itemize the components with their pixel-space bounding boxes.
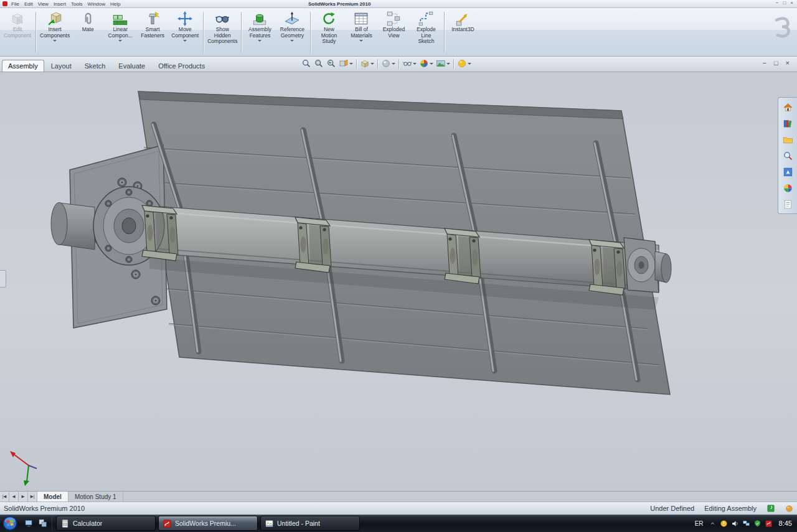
reference-geometry-button[interactable]: ReferenceGeometry bbox=[276, 9, 308, 55]
menu-insert[interactable]: Insert bbox=[54, 1, 66, 7]
solidworks-app-icon-wrap bbox=[163, 519, 172, 528]
view-orientation-button[interactable] bbox=[359, 58, 375, 69]
dropdown-caret-icon[interactable] bbox=[468, 63, 471, 67]
show-desktop-button[interactable] bbox=[23, 517, 35, 530]
solidworks-resources-tab[interactable] bbox=[781, 101, 794, 113]
mate-icon-wrap bbox=[80, 10, 96, 27]
volume-tray-icon[interactable] bbox=[731, 520, 739, 528]
display-style-icon bbox=[381, 58, 391, 68]
menu-window[interactable]: Window bbox=[88, 1, 105, 7]
zoom-fit-button[interactable] bbox=[300, 58, 313, 69]
tab-layout[interactable]: Layout bbox=[45, 60, 78, 72]
view-settings-button[interactable] bbox=[456, 58, 473, 69]
command-manager-ribbon: EditComponentInsertComponentsMateLinearC… bbox=[0, 8, 797, 57]
taskbar-button-label: Calculator bbox=[73, 520, 102, 527]
dropdown-caret-icon[interactable] bbox=[183, 40, 187, 44]
edit-appearance-button[interactable] bbox=[418, 58, 435, 69]
taskbar-button-calculator[interactable]: Calculator bbox=[56, 516, 156, 531]
solidworks-tray-tray-icon[interactable] bbox=[765, 520, 773, 528]
tab-scroll-button-2[interactable]: ▶ bbox=[19, 492, 28, 502]
tab-scroll-button-0[interactable]: |◀ bbox=[0, 492, 9, 502]
dropdown-caret-icon[interactable] bbox=[392, 63, 395, 67]
search-icon bbox=[783, 151, 793, 161]
menu-tools[interactable]: Tools bbox=[71, 1, 83, 7]
dropdown-caret-icon[interactable] bbox=[446, 63, 450, 67]
bottom-tab-model[interactable]: Model bbox=[37, 492, 68, 502]
network-tray-icon[interactable] bbox=[742, 520, 750, 528]
tab-scroll-button-3[interactable]: ▶| bbox=[28, 492, 37, 502]
show-hidden-components-button[interactable]: ShowHiddenComponents bbox=[205, 9, 239, 55]
instant3d-button[interactable]: Instant3D bbox=[446, 9, 479, 55]
app-restore-button[interactable]: □ bbox=[783, 0, 786, 6]
zoom-area-button[interactable] bbox=[313, 58, 325, 69]
doc-minimize-button[interactable]: − bbox=[762, 59, 766, 67]
dropdown-caret-icon[interactable] bbox=[258, 40, 262, 44]
app-close-button[interactable]: × bbox=[790, 0, 793, 6]
insert-components-icon-wrap bbox=[47, 10, 63, 27]
right-bearing-hub[interactable] bbox=[624, 238, 671, 292]
bottom-tab-motion-study-1[interactable]: Motion Study 1 bbox=[68, 492, 123, 502]
menu-help[interactable]: Help bbox=[110, 1, 120, 7]
tab-office-products[interactable]: Office Products bbox=[152, 60, 211, 72]
taskbar-clock[interactable]: 8:45 bbox=[779, 520, 792, 527]
flail-bracket[interactable] bbox=[295, 217, 331, 273]
appearances-tab[interactable] bbox=[781, 182, 794, 194]
dropdown-caret-icon[interactable] bbox=[370, 63, 374, 67]
file-explorer-tab[interactable] bbox=[781, 133, 794, 146]
hide-show-items-button[interactable] bbox=[401, 58, 418, 69]
dropdown-caret-icon[interactable] bbox=[290, 40, 294, 44]
hidden-icons-chevron-tray-icon[interactable] bbox=[709, 520, 717, 528]
doc-restore-button[interactable]: □ bbox=[774, 59, 778, 67]
feature-manager-flyout-tab[interactable] bbox=[0, 270, 6, 287]
app-minimize-button[interactable]: − bbox=[776, 0, 779, 6]
apply-scene-button[interactable] bbox=[435, 58, 451, 69]
tab-evaluate[interactable]: Evaluate bbox=[112, 60, 151, 72]
doc-close-button[interactable]: × bbox=[786, 59, 790, 67]
tab-assembly[interactable]: Assembly bbox=[2, 60, 44, 72]
display-style-button[interactable] bbox=[380, 58, 397, 69]
dropdown-caret-icon[interactable] bbox=[359, 40, 363, 44]
dropdown-caret-icon[interactable] bbox=[413, 63, 417, 67]
update-notification-tray-icon[interactable] bbox=[720, 520, 728, 528]
menu-file[interactable]: File bbox=[11, 1, 19, 7]
view-orientation-icon bbox=[360, 58, 370, 68]
menu-view[interactable]: View bbox=[38, 1, 49, 7]
tab-scroll-button-1[interactable]: ◀ bbox=[9, 492, 19, 502]
assembly-features-button[interactable]: AssemblyFeatures bbox=[243, 9, 276, 55]
search-tab[interactable] bbox=[781, 149, 794, 162]
custom-properties-tab[interactable] bbox=[781, 198, 794, 210]
bill-of-materials-button[interactable]: Bill ofMaterials bbox=[345, 9, 377, 55]
flail-bracket[interactable] bbox=[142, 205, 178, 261]
dropdown-caret-icon[interactable] bbox=[349, 63, 353, 67]
tab-sketch[interactable]: Sketch bbox=[78, 60, 112, 72]
language-indicator[interactable]: ER bbox=[695, 520, 704, 527]
taskbar-button-solidworks-premiu-[interactable]: SolidWorks Premiu... bbox=[158, 516, 258, 531]
3d-assembly-model bbox=[0, 72, 797, 491]
exploded-view-button[interactable]: ExplodedView bbox=[377, 9, 410, 55]
window-switcher-button[interactable] bbox=[37, 517, 49, 530]
menu-edit[interactable]: Edit bbox=[24, 1, 33, 7]
dropdown-caret-icon[interactable] bbox=[53, 40, 57, 44]
previous-view-button[interactable] bbox=[325, 58, 337, 69]
quick-tips-icon[interactable] bbox=[766, 504, 775, 513]
help-sphere-icon[interactable] bbox=[785, 505, 793, 513]
taskbar-button-untitled-paint[interactable]: Untitled - Paint bbox=[260, 516, 360, 531]
flail-bracket[interactable] bbox=[589, 240, 625, 295]
exploded-view-icon bbox=[385, 11, 402, 27]
explode-line-sketch-button[interactable]: ExplodeLineSketch bbox=[410, 9, 442, 55]
section-view-button[interactable] bbox=[337, 58, 354, 69]
dropdown-caret-icon[interactable] bbox=[430, 63, 433, 67]
flail-bracket[interactable] bbox=[445, 228, 481, 284]
dropdown-caret-icon[interactable] bbox=[118, 40, 122, 44]
start-button[interactable] bbox=[2, 515, 18, 531]
move-component-button[interactable]: MoveComponent bbox=[169, 9, 201, 55]
mate-button[interactable]: Mate bbox=[72, 9, 104, 55]
smart-fasteners-button[interactable]: SmartFasteners bbox=[136, 9, 169, 55]
new-motion-study-button[interactable]: NewMotionStudy bbox=[313, 9, 345, 55]
insert-components-button[interactable]: InsertComponents bbox=[38, 9, 72, 55]
security-shield-tray-icon[interactable] bbox=[753, 520, 762, 528]
viewport-canvas[interactable] bbox=[0, 72, 797, 491]
linear-component-pattern-button[interactable]: LinearCompon... bbox=[104, 9, 136, 55]
design-library-tab[interactable] bbox=[781, 117, 794, 129]
view-palette-tab[interactable] bbox=[781, 166, 794, 178]
